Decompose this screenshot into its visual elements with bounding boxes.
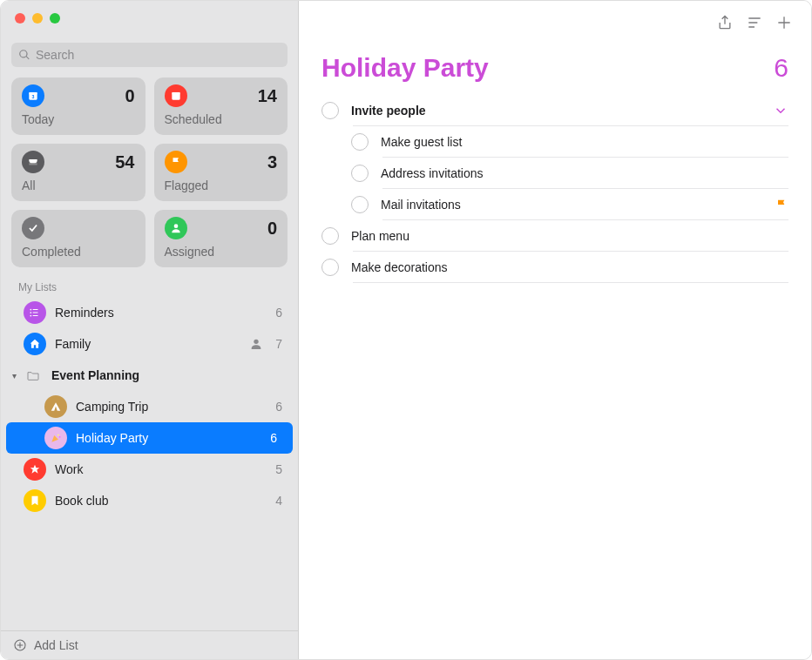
list-count: 6 xyxy=(275,306,282,320)
folder-icon xyxy=(22,367,44,384)
smartlist-completed[interactable]: Completed xyxy=(11,210,145,267)
assigned-icon xyxy=(165,217,187,239)
smartlist-label: Scheduled xyxy=(165,112,278,126)
main-pane: Holiday Party 6 Invite peopleMake guest … xyxy=(299,1,811,659)
add-list-button[interactable]: Add List xyxy=(1,630,298,659)
svg-point-12 xyxy=(59,436,61,438)
svg-rect-4 xyxy=(172,92,179,94)
sidebar-section-label: My Lists xyxy=(1,276,298,297)
share-button[interactable] xyxy=(710,10,740,35)
smartlist-count: 0 xyxy=(267,219,277,239)
zoom-window-button[interactable] xyxy=(50,13,60,24)
smartlist-scheduled[interactable]: 14Scheduled xyxy=(154,77,288,135)
scheduled-icon xyxy=(165,84,187,107)
smartlist-label: Completed xyxy=(22,245,135,259)
star-icon xyxy=(24,458,46,481)
smartlist-label: Today xyxy=(22,112,135,126)
minimize-window-button[interactable] xyxy=(32,13,43,24)
svg-point-8 xyxy=(30,312,31,313)
list-name: Family xyxy=(55,337,249,351)
sidebar-list-book-club[interactable]: Book club4 xyxy=(1,485,298,516)
reminder-row[interactable]: Invite people xyxy=(299,95,806,126)
reminders-list: Invite peopleMake guest listAddress invi… xyxy=(299,95,811,283)
list-total-count: 6 xyxy=(774,53,788,83)
reminder-title: Make decorations xyxy=(351,260,448,274)
smartlist-count: 3 xyxy=(267,152,277,172)
svg-point-9 xyxy=(30,315,31,317)
svg-text:3: 3 xyxy=(32,94,35,99)
flag-icon xyxy=(775,198,788,212)
reminder-row[interactable]: Plan menu xyxy=(299,220,806,252)
smartlist-label: Assigned xyxy=(165,245,278,259)
sidebar-list-holiday-party[interactable]: Holiday Party6 xyxy=(6,422,293,454)
chevron-down-icon: ▾ xyxy=(6,371,22,381)
reminder-title: Address invitations xyxy=(381,166,484,180)
smartlist-all[interactable]: 54All xyxy=(11,144,145,201)
smartlist-today[interactable]: 30Today xyxy=(11,77,145,135)
all-icon xyxy=(22,151,44,173)
smartlist-flagged[interactable]: 3Flagged xyxy=(154,144,288,201)
view-options-button[interactable] xyxy=(740,10,769,35)
reminder-row[interactable]: Make decorations xyxy=(299,252,806,283)
new-reminder-button[interactable] xyxy=(769,10,799,35)
toolbar xyxy=(299,1,811,44)
shared-icon xyxy=(249,337,263,351)
svg-point-7 xyxy=(30,309,31,311)
flagged-icon xyxy=(165,151,187,173)
reminder-title: Plan menu xyxy=(351,229,409,243)
reminder-title: Mail invitations xyxy=(381,198,461,212)
smartlist-count: 54 xyxy=(115,152,134,172)
svg-point-10 xyxy=(254,340,259,344)
smartlist-count: 0 xyxy=(125,86,134,106)
plus-circle-icon xyxy=(13,638,27,652)
list-count: 7 xyxy=(275,337,282,351)
chevron-down-icon[interactable] xyxy=(773,103,788,118)
party-icon xyxy=(44,427,67,449)
smartlist-assigned[interactable]: 0Assigned xyxy=(154,210,288,267)
list-header: Holiday Party 6 xyxy=(299,44,811,95)
tent-icon xyxy=(44,395,67,418)
sidebar-list-camping-trip[interactable]: Camping Trip6 xyxy=(1,391,298,422)
smartlist-count: 14 xyxy=(258,86,277,106)
plus-icon xyxy=(775,14,793,31)
list-count: 5 xyxy=(275,462,282,476)
complete-toggle[interactable] xyxy=(321,102,339,119)
search-field[interactable] xyxy=(11,43,288,67)
svg-point-11 xyxy=(58,434,59,436)
list-title: Holiday Party xyxy=(321,53,489,83)
house-icon xyxy=(24,333,46,355)
complete-toggle[interactable] xyxy=(321,259,339,276)
sidebar: 30Today14Scheduled54All3FlaggedCompleted… xyxy=(1,1,299,659)
sidebar-group-event-planning[interactable]: ▾Event Planning xyxy=(1,360,298,391)
sidebar-list-work[interactable]: Work5 xyxy=(1,454,298,485)
complete-toggle[interactable] xyxy=(351,165,369,182)
search-icon xyxy=(18,49,30,61)
smartlist-label: All xyxy=(22,178,135,192)
list-name: Reminders xyxy=(55,306,270,320)
smart-lists-grid: 30Today14Scheduled54All3FlaggedCompleted… xyxy=(1,77,298,276)
sidebar-list-reminders[interactable]: Reminders6 xyxy=(1,297,298,328)
reminder-row[interactable]: Make guest list xyxy=(299,126,806,158)
reminder-title: Invite people xyxy=(351,104,426,118)
bookmark-icon xyxy=(24,489,46,512)
svg-rect-5 xyxy=(29,163,37,165)
add-list-label: Add List xyxy=(34,638,78,652)
today-icon: 3 xyxy=(22,84,44,107)
window-controls xyxy=(1,1,298,36)
list-options-icon xyxy=(746,14,763,31)
reminder-title: Make guest list xyxy=(381,135,462,149)
complete-toggle[interactable] xyxy=(351,196,369,213)
list-name: Holiday Party xyxy=(76,431,265,445)
completed-icon xyxy=(22,217,44,239)
reminder-row[interactable]: Address invitations xyxy=(299,158,806,189)
close-window-button[interactable] xyxy=(15,13,25,24)
search-input[interactable] xyxy=(36,48,188,62)
list-count: 6 xyxy=(275,400,282,414)
group-name: Event Planning xyxy=(51,368,139,382)
share-icon xyxy=(716,14,734,31)
complete-toggle[interactable] xyxy=(351,133,369,151)
reminder-row[interactable]: Mail invitations xyxy=(299,189,806,220)
svg-point-6 xyxy=(173,224,178,228)
complete-toggle[interactable] xyxy=(321,227,339,245)
sidebar-list-family[interactable]: Family7 xyxy=(1,328,298,360)
